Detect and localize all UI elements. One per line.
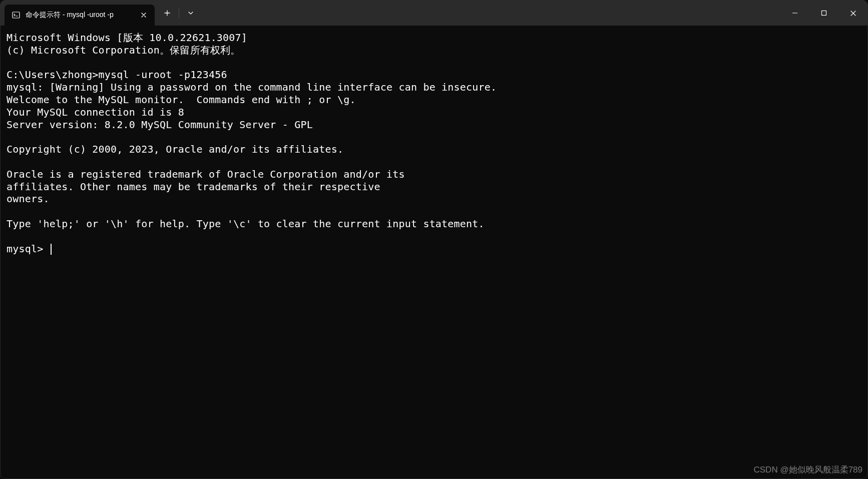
minimize-button[interactable]: [780, 1, 809, 26]
tab-actions: [155, 1, 203, 26]
titlebar: 命令提示符 - mysql -uroot -p: [1, 1, 867, 26]
terminal-line: Oracle is a registered trademark of Orac…: [7, 168, 405, 180]
terminal-line: Server version: 8.2.0 MySQL Community Se…: [7, 119, 313, 131]
terminal-line: Your MySQL connection id is 8: [7, 106, 184, 118]
terminal-output[interactable]: Microsoft Windows [版本 10.0.22621.3007] (…: [1, 26, 867, 261]
tab-close-button[interactable]: [139, 10, 149, 20]
close-window-button[interactable]: [838, 1, 867, 26]
terminal-line: owners.: [7, 193, 50, 205]
titlebar-drag-area[interactable]: [203, 1, 780, 26]
tab-title: 命令提示符 - mysql -uroot -p: [26, 11, 134, 20]
terminal-line: affiliates. Other names may be trademark…: [7, 181, 380, 193]
terminal-line: (c) Microsoft Corporation。保留所有权利。: [7, 44, 241, 56]
svg-rect-0: [13, 12, 20, 18]
watermark: CSDN @她似晚风般温柔789: [753, 464, 862, 475]
terminal-line: Microsoft Windows [版本 10.0.22621.3007]: [7, 32, 247, 44]
tabs-area: 命令提示符 - mysql -uroot -p: [1, 1, 155, 26]
terminal-line: Type 'help;' or '\h' for help. Type '\c'…: [7, 218, 485, 230]
window-controls: [780, 1, 867, 26]
divider: [179, 8, 179, 19]
svg-rect-3: [822, 11, 826, 16]
new-tab-button[interactable]: [158, 5, 177, 21]
cursor: [51, 244, 52, 255]
terminal-icon: [12, 11, 21, 20]
terminal-window: 命令提示符 - mysql -uroot -p: [0, 0, 868, 479]
tab-dropdown-button[interactable]: [181, 5, 200, 21]
maximize-button[interactable]: [809, 1, 838, 26]
terminal-line: Welcome to the MySQL monitor. Commands e…: [7, 94, 356, 106]
terminal-line: C:\Users\zhong>mysql -uroot -p123456: [7, 69, 227, 81]
terminal-line: mysql: [Warning] Using a password on the…: [7, 81, 497, 93]
terminal-prompt: mysql>: [7, 243, 50, 255]
tab-active[interactable]: 命令提示符 - mysql -uroot -p: [5, 5, 155, 26]
terminal-line: Copyright (c) 2000, 2023, Oracle and/or …: [7, 143, 343, 155]
